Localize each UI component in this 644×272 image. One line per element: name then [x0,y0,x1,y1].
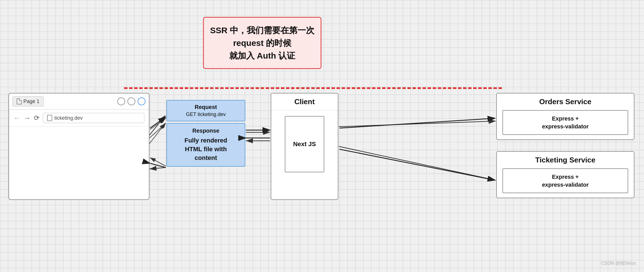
address-page-icon [47,115,52,121]
ticketing-service-box: Ticketing Service Express +express-valid… [496,151,634,198]
svg-line-14 [150,117,166,128]
request-box: Request GET ticketing.dev [166,100,245,121]
svg-line-2 [149,115,165,135]
browser-titlebar: Page 1 [9,93,149,110]
client-box: Client Next JS [271,93,338,200]
svg-line-15 [150,163,166,168]
ticketing-service-title: Ticketing Service [497,152,634,168]
browser-tab: Page 1 [12,96,44,106]
orders-service-inner: Express +express-validator [502,110,628,135]
response-label: Response [173,128,239,134]
back-icon[interactable]: ← [14,114,20,122]
forward-icon[interactable]: → [24,114,30,122]
svg-line-19 [339,149,495,180]
browser-circle-1 [117,97,125,105]
callout-box: SSR 中，我们需要在第一次request 的时候就加入 Auth 认证 [203,17,321,69]
orders-service-title: Orders Service [497,93,634,110]
refresh-icon[interactable]: ⟳ [34,114,39,122]
tab-label: Page 1 [23,99,39,104]
browser-window: Page 1 ← → ⟳ ticketing.dev [8,93,149,200]
request-label: Request [173,104,239,110]
orders-service-group: Orders Service Express +express-validato… [496,93,634,140]
req-resp-block: Request GET ticketing.dev Response Fully… [166,100,245,167]
svg-line-4 [149,168,165,169]
browser-circle-2 [127,97,135,105]
request-sublabel: GET ticketing.dev [173,112,239,117]
browser-circle-3 [138,97,145,105]
dashed-line [124,87,502,89]
svg-line-6 [150,118,166,130]
ticketing-service-inner: Express +express-validator [502,168,628,193]
browser-addressbar: ← → ⟳ ticketing.dev [9,110,149,127]
client-title: Client [271,93,338,110]
page-icon [17,98,22,104]
svg-line-5 [149,123,166,144]
svg-line-11 [339,146,496,180]
address-field[interactable]: ticketing.dev [43,113,144,123]
address-text: ticketing.dev [54,115,83,121]
callout-text: SSR 中，我们需要在第一次request 的时候就加入 Auth 认证 [209,24,316,62]
client-inner: Next JS [285,116,324,172]
svg-line-10 [339,121,496,127]
response-content: Fully renderedHTML file withcontent [173,136,239,162]
svg-line-7 [150,158,166,166]
svg-line-3 [149,124,165,138]
ticketing-service-group: Ticketing Service Express +express-valid… [496,151,634,198]
svg-line-18 [339,118,495,128]
services-area: Orders Service Express +express-validato… [496,93,634,209]
watermark: CSDN @情Sirius [601,260,636,266]
response-box: Response Fully renderedHTML file withcon… [166,123,245,167]
browser-circles [117,97,145,105]
orders-service-box: Orders Service Express +express-validato… [496,93,634,140]
